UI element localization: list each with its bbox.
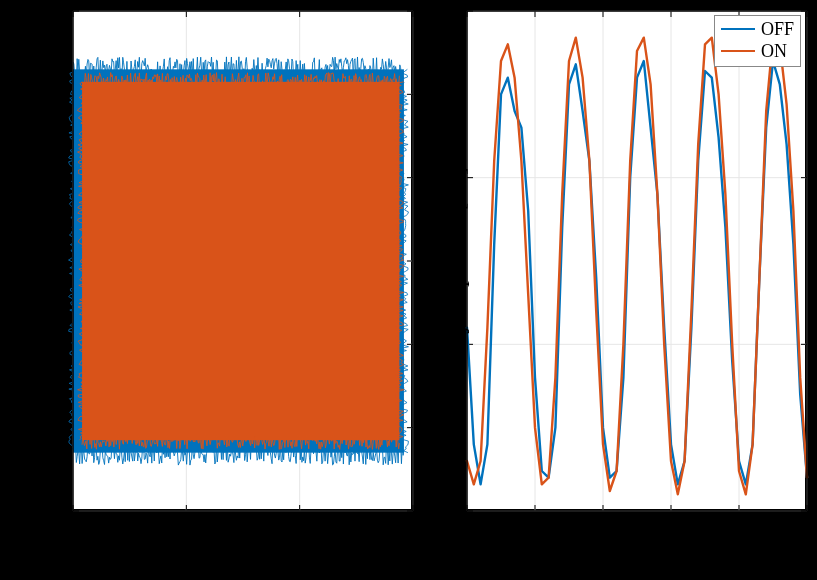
ytick-label: 0.5 [422, 167, 462, 188]
xtick-label: 0 [160, 514, 210, 535]
ytick-label: 0 [28, 250, 68, 271]
left-xlabel: joint position [rad] [72, 540, 412, 566]
time-plot-panel: OFF ON [466, 10, 806, 510]
xtick-label: -0.5 [47, 514, 97, 535]
ytick-label: 6 [28, 0, 68, 21]
time-plot-svg [467, 11, 807, 511]
ytick-label: 4 [28, 83, 68, 104]
ytick-label: 1 [422, 0, 462, 21]
xtick-label: 180 [444, 514, 488, 535]
ytick-label: 2 [28, 167, 68, 188]
figure: joint velocity [rad.s⁻¹] joint position … [0, 0, 817, 580]
ytick-label: -2 [28, 333, 68, 354]
xtick-label: 182 [580, 514, 624, 535]
legend-swatch-on [721, 50, 755, 52]
legend-item-off: OFF [721, 18, 794, 40]
ytick-label: 0 [422, 333, 462, 354]
legend-item-on: ON [721, 40, 794, 62]
right-xlabel: time [s] [466, 540, 806, 566]
xtick-label: 185 [784, 514, 817, 535]
phase-plot-svg [73, 11, 413, 511]
phase-plot-panel [72, 10, 412, 510]
svg-rect-34 [82, 82, 399, 440]
xtick-label: 181 [512, 514, 556, 535]
legend-swatch-off [721, 28, 755, 30]
ytick-label: -4 [28, 417, 68, 438]
xtick-label: 0.5 [274, 514, 324, 535]
legend-label-off: OFF [761, 19, 794, 40]
xtick-label: 183 [648, 514, 692, 535]
xtick-label: 184 [716, 514, 760, 535]
legend-label-on: ON [761, 41, 787, 62]
legend: OFF ON [714, 15, 801, 67]
